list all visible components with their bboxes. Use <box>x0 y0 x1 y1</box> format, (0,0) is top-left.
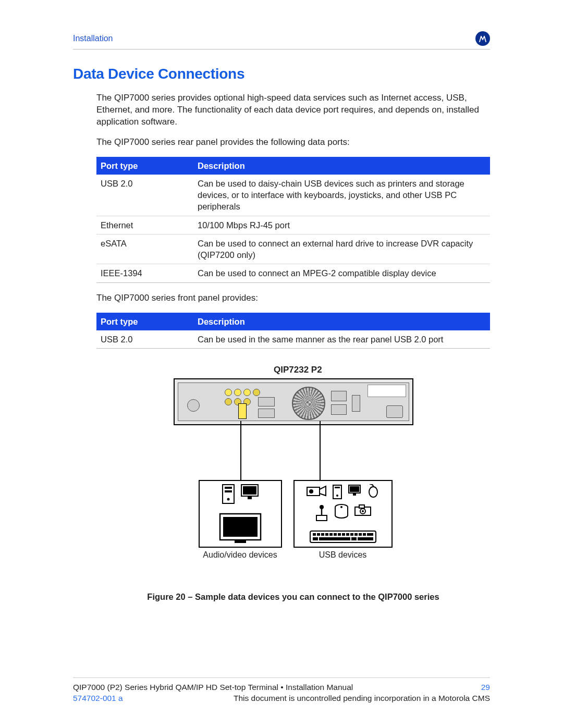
svg-rect-5 <box>243 486 256 495</box>
cell-desc: Can be used in the same manner as the re… <box>193 330 490 349</box>
svg-rect-14 <box>335 487 340 488</box>
svg-rect-32 <box>321 533 324 536</box>
fan-icon <box>292 387 325 420</box>
svg-rect-17 <box>350 486 359 492</box>
tv-icon <box>219 513 262 544</box>
svg-rect-44 <box>313 537 318 540</box>
svg-point-24 <box>340 506 342 508</box>
table-row: USB 2.0 Can be used in the same manner a… <box>96 330 490 349</box>
table-row: eSATA Can be used to connect an external… <box>96 234 490 264</box>
svg-rect-9 <box>235 540 246 543</box>
footer-doc-title: QIP7000 (P2) Series Hybrid QAM/IP HD Set… <box>73 682 353 693</box>
cell-port: USB 2.0 <box>96 175 193 216</box>
svg-rect-47 <box>358 537 373 540</box>
cell-desc: 10/100 Mbps RJ-45 port <box>193 216 490 234</box>
intro-paragraph-1: The QIP7000 series provides optional hig… <box>96 92 490 128</box>
front-panel-intro: The QIP7000 series front panel provides: <box>96 292 490 304</box>
table-header-desc: Description <box>193 313 490 330</box>
av-devices-box <box>199 480 282 548</box>
device-model-label: QIP7232 P2 <box>274 364 490 376</box>
cell-port: IEEE-1394 <box>96 264 193 282</box>
footer-disclaimer: This document is uncontrolled pending in… <box>234 693 490 704</box>
svg-point-28 <box>362 510 364 512</box>
cell-port: USB 2.0 <box>96 330 193 349</box>
table-row: IEEE-1394 Can be used to connect an MPEG… <box>96 264 490 282</box>
svg-rect-33 <box>325 533 328 536</box>
table-header-port: Port type <box>96 157 193 175</box>
cell-desc: Can be used to connect an MPEG-2 compati… <box>193 264 490 282</box>
svg-rect-30 <box>313 533 316 536</box>
svg-rect-20 <box>316 515 327 521</box>
footer-page-number: 29 <box>481 682 490 693</box>
body-content: The QIP7000 series provides optional hig… <box>96 92 490 603</box>
motorola-logo-icon <box>475 31 490 46</box>
figure-20: QIP7232 P2 <box>96 364 490 602</box>
camcorder-icon <box>306 484 327 500</box>
svg-rect-46 <box>351 537 357 540</box>
table-row: USB 2.0 Can be used to daisy-chain USB d… <box>96 175 490 216</box>
svg-rect-35 <box>334 533 337 536</box>
cell-port: Ethernet <box>96 216 193 234</box>
pc-tower-icon <box>332 484 342 500</box>
page-footer: QIP7000 (P2) Series Hybrid QAM/IP HD Set… <box>73 677 490 704</box>
cell-desc: Can be used to connect an external hard … <box>193 234 490 264</box>
svg-rect-2 <box>225 490 232 492</box>
header-section-link[interactable]: Installation <box>73 33 113 44</box>
svg-rect-37 <box>342 533 345 536</box>
hard-drive-icon <box>334 504 349 522</box>
svg-point-12 <box>309 489 313 493</box>
svg-rect-1 <box>225 487 232 489</box>
svg-rect-6 <box>248 497 252 499</box>
rear-ports-table: Port type Description USB 2.0 Can be use… <box>96 157 490 283</box>
table-row: Ethernet 10/100 Mbps RJ-45 port <box>96 216 490 234</box>
svg-point-15 <box>336 495 338 497</box>
intro-paragraph-2: The QIP7000 series rear panel provides t… <box>96 137 490 149</box>
svg-rect-18 <box>353 493 356 496</box>
svg-rect-29 <box>310 531 376 542</box>
figure-caption: Figure 20 – Sample data devices you can … <box>96 591 490 602</box>
port-highlight <box>238 403 247 419</box>
footer-doc-number: 574702-001 a <box>73 693 123 704</box>
page-header: Installation <box>73 31 490 50</box>
keyboard-icon <box>309 530 377 544</box>
usb-devices-box <box>293 480 393 548</box>
svg-point-19 <box>369 487 377 497</box>
svg-rect-45 <box>319 537 350 540</box>
svg-rect-41 <box>359 533 362 536</box>
svg-rect-38 <box>346 533 349 536</box>
svg-point-3 <box>227 498 229 501</box>
svg-rect-8 <box>223 517 258 537</box>
svg-rect-40 <box>354 533 358 536</box>
camera-icon <box>354 504 372 522</box>
page-title: Data Device Connections <box>73 64 490 84</box>
table-header-desc: Description <box>193 157 490 175</box>
svg-rect-34 <box>329 533 333 536</box>
svg-rect-36 <box>338 533 341 536</box>
svg-rect-43 <box>367 533 373 536</box>
svg-point-22 <box>320 505 324 509</box>
cell-port: eSATA <box>96 234 193 264</box>
svg-rect-39 <box>350 533 353 536</box>
monitor-icon <box>240 484 259 504</box>
device-rear-panel-illustration <box>174 378 413 425</box>
pc-tower-icon <box>222 484 235 504</box>
mouse-icon <box>366 484 380 500</box>
warning-sticker-icon <box>368 385 406 397</box>
table-header-port: Port type <box>96 313 193 330</box>
monitor-small-icon <box>348 484 361 500</box>
cell-desc: Can be used to daisy-chain USB devices s… <box>193 175 490 216</box>
svg-marker-11 <box>320 486 326 496</box>
joystick-icon <box>314 504 329 522</box>
front-ports-table: Port type Description USB 2.0 Can be use… <box>96 313 490 349</box>
usb-devices-caption: USB devices <box>301 549 385 561</box>
figure-callouts: Audio/video devices USB devices <box>174 425 413 561</box>
svg-rect-31 <box>317 533 320 536</box>
svg-rect-42 <box>363 533 366 536</box>
svg-rect-26 <box>359 505 364 508</box>
av-devices-caption: Audio/video devices <box>199 549 282 561</box>
document-page: Installation Data Device Connections The… <box>0 0 563 728</box>
